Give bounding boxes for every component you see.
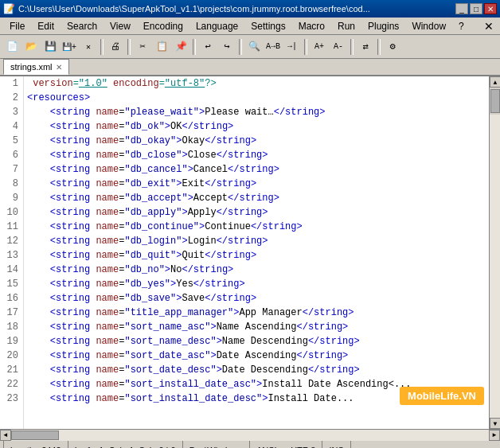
line-number: 17 [5, 306, 18, 320]
line-number: 12 [5, 234, 18, 248]
code-line: version="1.0" encoding="utf-8"?> [27, 76, 486, 91]
code-line: <string name="db_continue">Continue</str… [27, 220, 486, 234]
code-line: <resources> [27, 91, 486, 105]
code-line: <string name="db_yes">Yes</string> [27, 277, 486, 291]
hscroll-thumb[interactable] [11, 430, 59, 440]
code-line: <string name="db_save">Save</string> [27, 291, 486, 306]
app-icon: 📝 [3, 3, 15, 14]
line-number: 3 [5, 105, 18, 119]
tab-strings-xml[interactable]: strings.xml ✕ [3, 59, 69, 75]
code-line: <string name="sort_date_desc">Date Desce… [27, 363, 486, 377]
menu-help[interactable]: ? [452, 19, 471, 33]
code-line: <string name="db_quit">Quit</string> [27, 248, 486, 263]
code-line: <string name="db_cancel">Cancel</string> [27, 162, 486, 177]
vertical-scrollbar[interactable]: ▲ ▼ [489, 76, 500, 429]
line-number: 23 [5, 392, 18, 406]
undo-button[interactable]: ↩ [199, 38, 217, 56]
status-position: Ln 1 : 1 Col : 1 Sel : 0 | 0 [68, 441, 183, 448]
line-number: 8 [5, 177, 18, 191]
menu-file[interactable]: File [3, 19, 31, 33]
status-mode: INS [322, 441, 350, 448]
line-number: 13 [5, 248, 18, 263]
line-number: 10 [5, 205, 18, 220]
toolbar: 📄 📂 💾 💾+ ✕ 🖨 ✂ 📋 📌 ↩ ↪ 🔍 A→B →| A+ A- ⇄ … [0, 35, 500, 59]
find-button[interactable]: 🔍 [245, 38, 263, 56]
settings-tb-button[interactable]: ⚙ [384, 38, 401, 56]
line-number: 5 [5, 134, 18, 148]
scroll-down-arrow[interactable]: ▼ [490, 418, 500, 429]
scroll-track[interactable] [490, 115, 500, 418]
tab-close-icon[interactable]: ✕ [56, 63, 62, 72]
sync-button[interactable]: ⇄ [357, 38, 374, 56]
status-charset: ANSI as UTF-8 [250, 441, 323, 448]
minimize-button[interactable]: _ [455, 3, 468, 14]
toolbar-sep-6 [350, 39, 354, 55]
save-all-button[interactable]: 💾+ [61, 38, 78, 56]
redo-button[interactable]: ↪ [218, 38, 236, 56]
title-text: C:\Users\User\Downloads\SuperApkTool_v1.… [18, 4, 455, 14]
code-line: <string name="title_app_manager">App Man… [27, 306, 486, 320]
line-numbers: 1234567891011121314151617181920212223 [0, 76, 24, 429]
toolbar-sep-1 [100, 39, 104, 55]
scroll-thumb[interactable] [490, 89, 500, 113]
scroll-left-arrow[interactable]: ◄ [0, 430, 11, 441]
menu-macro[interactable]: Macro [292, 19, 331, 33]
menu-window[interactable]: Window [405, 19, 452, 33]
menu-view[interactable]: View [104, 19, 137, 33]
menu-language[interactable]: Language [189, 19, 244, 33]
menu-edit[interactable]: Edit [31, 19, 61, 33]
menu-run[interactable]: Run [331, 19, 361, 33]
line-number: 20 [5, 349, 18, 363]
menu-bar: File Edit Search View Encoding Language … [0, 18, 500, 35]
hscroll-track[interactable] [11, 430, 489, 441]
menu-close-button[interactable]: ✕ [481, 20, 497, 33]
code-area[interactable]: version="1.0" encoding="utf-8"?><resourc… [24, 76, 489, 429]
line-number: 22 [5, 377, 18, 392]
menu-search[interactable]: Search [61, 19, 104, 33]
find-replace-button[interactable]: A→B [264, 38, 282, 56]
line-number: 1 [5, 76, 18, 91]
code-line: <string name="db_no">No</string> [27, 263, 486, 277]
goto-button[interactable]: →| [283, 38, 301, 56]
status-length: length : 2442 [3, 441, 68, 448]
code-line: <string name="sort_install_date_desc">In… [27, 392, 486, 406]
save-button[interactable]: 💾 [41, 38, 59, 56]
menu-encoding[interactable]: Encoding [137, 19, 189, 33]
code-line: <string name="db_apply">Apply</string> [27, 205, 486, 220]
paste-button[interactable]: 📌 [172, 38, 189, 56]
line-number: 11 [5, 220, 18, 234]
status-bar: length : 2442 Ln 1 : 1 Col : 1 Sel : 0 |… [0, 440, 500, 448]
tab-label: strings.xml [10, 62, 53, 72]
scroll-right-arrow[interactable]: ► [489, 430, 500, 441]
scroll-up-arrow[interactable]: ▲ [490, 76, 500, 88]
horizontal-scrollbar[interactable]: ◄ ► [0, 429, 500, 440]
toolbar-sep-5 [304, 39, 307, 55]
line-number: 14 [5, 263, 18, 277]
zoom-in-button[interactable]: A+ [311, 38, 328, 56]
line-number: 4 [5, 119, 18, 134]
line-number: 16 [5, 291, 18, 306]
code-line: <string name="db_close">Close</string> [27, 148, 486, 162]
window-controls: _ □ ✕ [455, 3, 497, 14]
close-button[interactable]: ✕ [80, 38, 97, 56]
print-button[interactable]: 🖨 [107, 38, 124, 56]
open-button[interactable]: 📂 [22, 38, 40, 56]
cut-button[interactable]: ✂ [134, 38, 151, 56]
zoom-out-button[interactable]: A- [330, 38, 347, 56]
code-line: <string name="sort_name_asc">Name Ascend… [27, 320, 486, 334]
line-number: 6 [5, 148, 18, 162]
menu-settings[interactable]: Settings [244, 19, 291, 33]
code-line: <string name="please_wait">Please wait…<… [27, 105, 486, 119]
line-number: 7 [5, 162, 18, 177]
close-window-button[interactable]: ✕ [484, 3, 497, 14]
menu-plugins[interactable]: Plugins [361, 19, 405, 33]
toolbar-sep-3 [193, 39, 196, 55]
new-button[interactable]: 📄 [3, 38, 21, 56]
code-line: <string name="db_exit">Exit</string> [27, 177, 486, 191]
editor: 1234567891011121314151617181920212223 ve… [0, 76, 500, 429]
copy-button[interactable]: 📋 [153, 38, 170, 56]
line-number: 18 [5, 320, 18, 334]
maximize-button[interactable]: □ [470, 3, 482, 14]
title-bar: 📝 C:\Users\User\Downloads\SuperApkTool_v… [0, 0, 500, 18]
code-line: <string name="db_login">Login</string> [27, 234, 486, 248]
